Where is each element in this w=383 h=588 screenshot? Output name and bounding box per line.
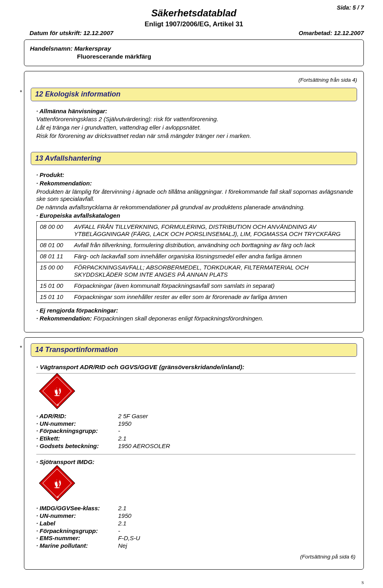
section-13-body: Produkt: Rekommendation: Produkten är lä… <box>31 169 357 325</box>
detail-label: Marine pollutant: <box>36 542 118 550</box>
sea-transport-head: Sjötransport IMDG: <box>36 458 355 466</box>
table-cell: Förpackningar (även kommunalt förpacknin… <box>71 281 355 292</box>
sec12-line2: Låt ej tränga ner i grundvatten, vattend… <box>36 124 355 132</box>
detail-value: 1950 AEROSOLER <box>118 442 170 450</box>
detail-label: UN-nummer: <box>36 512 118 520</box>
detail-label: Label <box>36 520 118 527</box>
detail-label: UN-nummer: <box>36 420 118 428</box>
tradename-sub: Fluorescerande märkfärg <box>30 53 358 60</box>
section-13-title: 13 Avfallshantering <box>31 152 357 165</box>
road-transport-head: Vägtransport ADR/RID och GGVS/GGVE (grän… <box>36 363 355 374</box>
table-cell: 15 01 10 <box>37 291 71 303</box>
sec12-line1: Vattenföroreningsklass 2 (Självutvärderi… <box>36 116 355 123</box>
section-12-title: 12 Ekologisk information <box>31 88 357 101</box>
document-title: Säkerhetsdatablad <box>24 7 364 19</box>
print-date: Datum för utskrift: 12.12.2007 <box>30 29 113 37</box>
hazard-number: 2 <box>57 495 59 499</box>
svg-point-0 <box>54 395 60 396</box>
table-cell: Färg- och lackavfall som innehåller orga… <box>71 251 355 262</box>
detail-label: EMS-nummer: <box>36 535 118 542</box>
table-cell: 15 01 00 <box>37 281 71 292</box>
svg-point-1 <box>54 488 60 488</box>
hazard-diamond-icon: 2 <box>39 465 75 501</box>
detail-label: IMDG/GGVSee-klass: <box>36 505 118 512</box>
product-label: Produkt: <box>36 171 355 179</box>
table-cell: 08 01 11 <box>37 251 71 262</box>
sec13-para1: Produkten är lämplig för återvinning i ä… <box>36 188 355 203</box>
continuation-to: (Fortsättning på sida 6) <box>36 554 355 560</box>
section-12-body: Allmänna hänvisningar: Vattenförorenings… <box>31 105 357 142</box>
waste-catalog-label: Europeiska avfallskatalogen <box>36 212 355 220</box>
table-cell: Förpackningar som innehåller rester av e… <box>71 291 355 303</box>
section-12-head: * 12 Ekologisk information <box>31 88 357 101</box>
date-row: Datum för utskrift: 12.12.2007 Omarbetad… <box>24 29 364 37</box>
page-indicator: Sida: 5 / 7 <box>337 4 364 11</box>
uncleaned-rec-text: Förpackningen skall deponeras enligt för… <box>93 315 263 322</box>
detail-label: Förpackningsgrupp: <box>36 527 118 535</box>
section-14-title: 14 Transportinformation <box>31 343 357 357</box>
detail-value: 2.1 <box>118 520 126 527</box>
detail-value: 1950 <box>118 420 131 428</box>
asterisk-icon: * <box>20 344 22 352</box>
detail-value: F-D,S-U <box>118 535 140 542</box>
hazard-number: 2 <box>57 403 59 407</box>
flame-icon <box>53 387 61 396</box>
detail-value: 1950 <box>118 512 131 520</box>
document-subtitle: Enligt 1907/2006/EG, Artikel 31 <box>24 20 364 28</box>
table-cell: 08 01 00 <box>37 240 71 251</box>
detail-label: ADR/RID: <box>36 413 118 420</box>
tradename-frame: Handelsnamn: Markerspray Fluorescerande … <box>24 39 364 66</box>
uncleaned-rec-label: Rekommendation: <box>36 315 92 322</box>
sec12-line3: Risk för förorening av dricksvattnet red… <box>36 132 355 140</box>
uncleaned-packaging-label: Ej rengjorda förpackningar: <box>36 307 355 315</box>
detail-value: - <box>118 427 120 435</box>
tradename-label: Handelsnamn: Markerspray <box>30 45 111 52</box>
main-frame: (Fortsättning från sida 4) * 12 Ekologis… <box>24 71 364 332</box>
section-13-head: 13 Avfallshantering <box>31 152 357 165</box>
section-14-frame: * 14 Transportinformation Vägtransport A… <box>24 337 364 570</box>
detail-value: - <box>118 527 120 535</box>
section-14-head: * 14 Transportinformation <box>31 343 357 357</box>
s-mark: S <box>361 580 364 586</box>
table-cell: FÖRPACKNINGSAVFALL; ABSORBERMEDEL, TORKD… <box>71 262 355 281</box>
detail-value: 2.1 <box>118 505 126 512</box>
recommendation-label: Rekommendation: <box>36 180 355 187</box>
asterisk-icon: * <box>20 88 22 96</box>
detail-label: Förpackningsgrupp: <box>36 427 118 435</box>
table-cell: AVFALL FRÅN TILLVERKNING, FORMULERING, D… <box>71 221 355 240</box>
section-14-body: Vägtransport ADR/RID och GGVS/GGVE (grän… <box>31 361 357 562</box>
revised-date: Omarbetad: 12.12.2007 <box>299 29 364 37</box>
detail-value: 2.1 <box>118 435 126 442</box>
waste-catalog-table: 08 00 00AVFALL FRÅN TILLVERKNING, FORMUL… <box>36 221 355 303</box>
general-references-label: Allmänna hänvisningar: <box>36 108 355 115</box>
sec13-para2: De nämnda avfallsnycklarna är rekommenda… <box>36 204 355 211</box>
hazard-diamond-icon: 2 <box>39 373 75 409</box>
detail-label: Godsets beteckning: <box>36 442 118 450</box>
table-cell: 08 00 00 <box>37 221 71 240</box>
table-cell: Avfall från tillverkning, formulering di… <box>71 240 355 251</box>
detail-value: 2 5F Gaser <box>118 413 148 420</box>
table-cell: 15 00 00 <box>37 262 71 281</box>
continuation-from: (Fortsättning från sida 4) <box>31 77 357 84</box>
detail-label: Etikett: <box>36 435 118 442</box>
detail-value: Nej <box>118 542 127 550</box>
flame-icon <box>53 479 61 489</box>
